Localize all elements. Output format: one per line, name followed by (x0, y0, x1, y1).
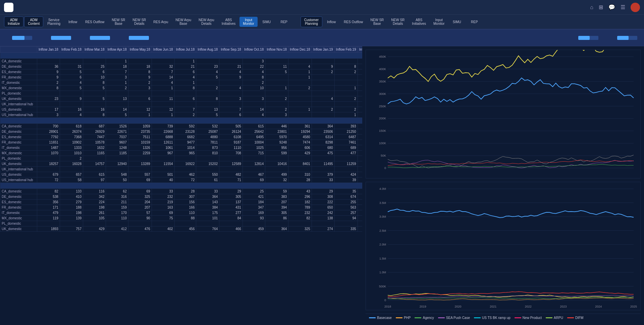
cell-value: 31 (60, 64, 83, 69)
cell-value: 408 (358, 172, 362, 177)
main: Inflow Jan.18Inflow Feb.18Inflow Mar.18I… (0, 46, 644, 325)
nav-input-monitor-right[interactable]: InputMonitor (430, 17, 448, 27)
table-row: UK_domestic18937574294124764024567644664… (0, 226, 363, 232)
cell-value: 23506 (312, 129, 334, 134)
group-header-row: - PU2 : Backup (0, 53, 363, 59)
nav-simu[interactable]: SIMU (258, 19, 275, 25)
table-row: DE_domestic53841034231632523230736430542… (0, 194, 363, 200)
cell-value: 10004 (243, 140, 265, 145)
nav-new-arpu-base[interactable]: NEW ArpuBase (172, 17, 195, 27)
nav-rep[interactable]: REP (276, 19, 292, 25)
row-label: CA_domestic (0, 189, 37, 194)
cell-value: 84 (219, 216, 243, 221)
cell-value: 261 (83, 210, 106, 216)
avatar[interactable] (631, 3, 640, 12)
nav-service-planning[interactable]: ServicePlanning (44, 17, 64, 27)
cell-value (334, 156, 358, 161)
nav-input-monitor[interactable]: InputMonitor (239, 17, 257, 27)
table-section[interactable]: Inflow Jan.18Inflow Feb.18Inflow Mar.18I… (0, 46, 362, 325)
nav-new-sr-details[interactable]: NEW SRDetails (129, 17, 149, 27)
row-label: US_international hub (0, 112, 37, 118)
cell-value: 6487 (334, 134, 358, 140)
cell-value: 501 (152, 172, 174, 177)
nav-res-arpu[interactable]: RES Arpu (150, 19, 171, 25)
cell-value: 310 (288, 172, 312, 177)
cell-value: 69 (152, 210, 174, 216)
home-icon[interactable]: ⌂ (590, 4, 593, 10)
cell-value: 171 (37, 205, 60, 210)
cell-value: 6 (219, 112, 243, 118)
nav-new-sr-base-right[interactable]: NEW SRBase (367, 17, 387, 27)
cell-value: 1 (106, 80, 128, 86)
top-icons: ⌂ ⊞ 💬 ☰ (590, 3, 640, 12)
nav-adm-content[interactable]: ADMContent (24, 16, 43, 27)
cell-value (106, 156, 128, 161)
chat-icon[interactable]: 💬 (608, 4, 615, 10)
cell-value (106, 91, 128, 96)
cell-value (243, 91, 265, 96)
cell-value (265, 221, 288, 226)
cell-value: 5 (196, 112, 219, 118)
table-row: US_domestic67965761554855750146255048246… (0, 172, 363, 177)
nav-adm-initialize[interactable]: ADMInitialize (4, 16, 23, 27)
nav-customer-planning[interactable]: CustomerPlanning (301, 16, 322, 27)
grid-icon[interactable]: ⊞ (599, 4, 603, 10)
cell-value: 7 (219, 107, 243, 112)
cell-value: 2 (312, 69, 334, 75)
nav-rep-right[interactable]: REP (466, 19, 483, 25)
cell-value: 4 (358, 107, 362, 112)
cell-value: 12 (358, 64, 362, 69)
cell-value: 393 (334, 124, 358, 129)
logo-icon (4, 3, 13, 12)
cell-value: 58 (60, 177, 83, 183)
col-header-inflowdec18: Inflow Dec.18 (288, 47, 312, 53)
cell-value: 159 (106, 205, 128, 210)
cell-value: 5 (83, 86, 106, 91)
menu-icon[interactable]: ☰ (621, 4, 625, 10)
table-row: CA_domestic113 (0, 59, 363, 64)
cell-value: 10902 (60, 140, 83, 145)
cell-value: 6 (128, 96, 152, 102)
cell-value: 1893 (37, 226, 60, 232)
nav-res-outflow-right[interactable]: RES Outflow (340, 19, 366, 25)
cell-value: 429 (288, 151, 312, 156)
nav-new-arpu-details[interactable]: NEW ArpuDetails (195, 17, 218, 27)
cell-value: 1 (265, 86, 288, 91)
cell-value: 1 (174, 59, 196, 64)
nav-new-sr-details-right[interactable]: NEW SRDetails (388, 17, 408, 27)
nav-inflow-right[interactable]: Inflow (323, 19, 340, 25)
table-row: DE_domestic28901263742692922671237352266… (0, 129, 363, 134)
cell-value: 356 (37, 200, 60, 205)
cell-value: 10578 (83, 140, 106, 145)
cell-value: 232 (288, 210, 312, 216)
cell-value: 557 (128, 172, 152, 177)
legend-color (369, 317, 376, 318)
table-row: FR_domestic11651109021057896071015912611… (0, 140, 363, 145)
nav-abs-initiatives[interactable]: ABSInitiatives (218, 17, 239, 27)
cell-value: 1 (128, 112, 152, 118)
cell-value: 7811 (196, 140, 219, 145)
nav-new-sr-base[interactable]: NEW SRBase (108, 17, 128, 27)
legend-item: SEA Push Case (438, 316, 470, 320)
nav-abs-initiatives-right[interactable]: ABSInitiatives (409, 17, 429, 27)
cell-value: 222 (312, 200, 334, 205)
cell-value (243, 167, 265, 172)
nav-res-outflow[interactable]: RES Outflow (82, 19, 108, 25)
cell-value: 22 (243, 64, 265, 69)
cell-value: 1010 (60, 151, 83, 156)
cell-value: 618 (60, 124, 83, 129)
data-table: Inflow Jan.18Inflow Feb.18Inflow Mar.18I… (0, 46, 362, 232)
cell-value: 139 (60, 216, 83, 221)
cell-value: 21010 (358, 129, 362, 134)
cell-value: 33 (152, 189, 174, 194)
cell-value: 86 (265, 216, 288, 221)
cell-value: 7368 (60, 134, 83, 140)
nav-inflow[interactable]: Inflow (64, 19, 81, 25)
cell-value: 61 (196, 177, 219, 183)
cell-value (312, 167, 334, 172)
cell-value: 36 (37, 64, 60, 69)
cell-value: 8 (334, 64, 358, 69)
nav-simu-right[interactable]: SIMU (448, 19, 465, 25)
cell-value (334, 221, 358, 226)
table-row: PL_domestic (0, 91, 363, 96)
